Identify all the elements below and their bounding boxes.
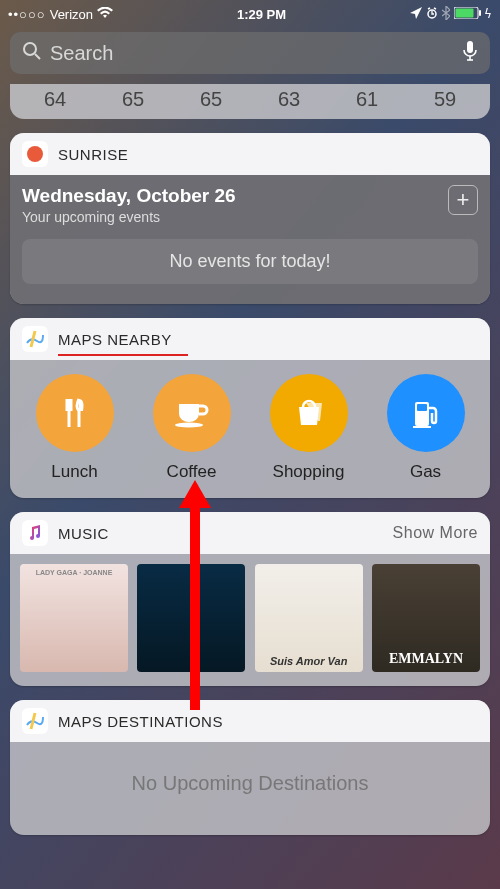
maps-nearby-title: MAPS NEARBY xyxy=(58,331,172,348)
album-3[interactable]: Suis Amor Van xyxy=(255,564,363,672)
album-1[interactable]: LADY GAGA · JOANNE xyxy=(20,564,128,672)
coffee-icon xyxy=(153,374,231,452)
search-icon xyxy=(22,41,42,66)
svg-rect-3 xyxy=(479,10,481,16)
temp-value: 59 xyxy=(434,88,456,111)
shopping-icon xyxy=(270,374,348,452)
nearby-label: Gas xyxy=(371,462,481,482)
svg-rect-2 xyxy=(456,8,474,17)
album-label: LADY GAGA · JOANNE xyxy=(36,569,113,576)
album-2[interactable] xyxy=(137,564,245,672)
music-app-icon xyxy=(22,520,48,546)
status-bar: ••○○○ Verizon 1:29 PM ϟ xyxy=(0,0,500,28)
music-title: MUSIC xyxy=(58,525,393,542)
clock: 1:29 PM xyxy=(237,7,286,22)
show-more-button[interactable]: Show More xyxy=(393,524,478,542)
gas-icon xyxy=(387,374,465,452)
sunrise-title: SUNRISE xyxy=(58,146,478,163)
maps-destinations-title: MAPS DESTINATIONS xyxy=(58,713,478,730)
nearby-item-lunch[interactable]: Lunch xyxy=(20,374,130,482)
svg-point-4 xyxy=(24,43,36,55)
lunch-icon xyxy=(36,374,114,452)
album-label: Suis Amor Van xyxy=(270,655,347,667)
search-bar[interactable]: Search xyxy=(10,32,490,74)
charging-icon: ϟ xyxy=(484,7,492,21)
nearby-label: Lunch xyxy=(20,462,130,482)
bluetooth-icon xyxy=(442,6,450,23)
alarm-icon xyxy=(426,7,438,22)
svg-point-9 xyxy=(27,146,43,162)
music-widget[interactable]: MUSIC Show More LADY GAGA · JOANNE Suis … xyxy=(10,512,490,686)
temp-value: 65 xyxy=(200,88,222,111)
sunrise-app-icon xyxy=(22,141,48,167)
svg-point-11 xyxy=(175,423,203,428)
battery-icon xyxy=(454,7,482,22)
temp-value: 64 xyxy=(44,88,66,111)
temp-value: 61 xyxy=(356,88,378,111)
temp-value: 63 xyxy=(278,88,300,111)
sunrise-date: Wednesday, October 26 xyxy=(22,185,478,207)
location-icon xyxy=(410,7,422,22)
carrier-label: Verizon xyxy=(50,7,93,22)
svg-rect-6 xyxy=(467,41,473,53)
weather-widget[interactable]: 64 65 65 63 61 59 xyxy=(10,84,490,119)
maps-nearby-widget[interactable]: MAPS NEARBY Lunch Coffee Shopping xyxy=(10,318,490,498)
nearby-label: Shopping xyxy=(254,462,364,482)
temp-value: 65 xyxy=(122,88,144,111)
nearby-item-coffee[interactable]: Coffee xyxy=(137,374,247,482)
wifi-icon xyxy=(97,7,113,22)
nearby-label: Coffee xyxy=(137,462,247,482)
album-label: EMMALYN xyxy=(389,651,463,667)
search-placeholder: Search xyxy=(50,42,462,65)
sunrise-widget[interactable]: SUNRISE Wednesday, October 26 Your upcom… xyxy=(10,133,490,304)
svg-rect-13 xyxy=(417,404,427,411)
annotation-underline xyxy=(58,354,188,356)
maps-destinations-widget[interactable]: MAPS DESTINATIONS No Upcoming Destinatio… xyxy=(10,700,490,835)
album-4[interactable]: EMMALYN xyxy=(372,564,480,672)
maps-app-icon xyxy=(22,708,48,734)
microphone-icon[interactable] xyxy=(462,40,478,67)
svg-rect-14 xyxy=(413,426,431,428)
nearby-item-shopping[interactable]: Shopping xyxy=(254,374,364,482)
signal-dots-icon: ••○○○ xyxy=(8,7,46,22)
svg-line-5 xyxy=(35,54,40,59)
no-destinations-message: No Upcoming Destinations xyxy=(132,772,369,794)
maps-app-icon xyxy=(22,326,48,352)
nearby-item-gas[interactable]: Gas xyxy=(371,374,481,482)
no-events-message: No events for today! xyxy=(22,239,478,284)
sunrise-subtitle: Your upcoming events xyxy=(22,209,478,225)
add-event-button[interactable]: + xyxy=(448,185,478,215)
